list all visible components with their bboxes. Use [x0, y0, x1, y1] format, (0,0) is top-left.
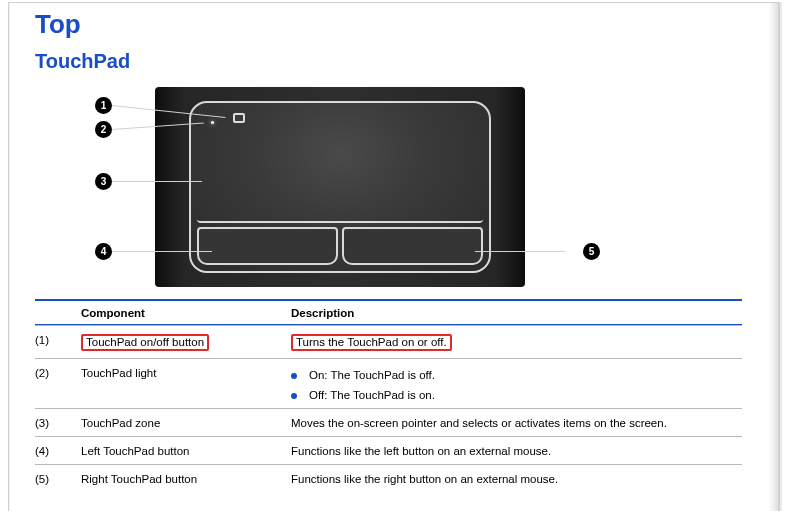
touchpad-surface	[197, 109, 483, 223]
touchpad-right-button	[342, 227, 483, 265]
table-row: (1)TouchPad on/off buttonTurns the Touch…	[35, 325, 742, 358]
table-row: (3)TouchPad zoneMoves the on-screen poin…	[35, 408, 742, 436]
row-component: Right TouchPad button	[81, 473, 291, 485]
touchpad-body	[189, 101, 491, 273]
table-header-row: Component Description	[35, 301, 742, 324]
page-shadow	[768, 3, 778, 511]
bullet-list: On: The TouchPad is off.Off: The TouchPa…	[291, 369, 742, 401]
touchpad-light	[211, 121, 214, 124]
row-description: Functions like the right button on an ex…	[291, 473, 742, 485]
row-component: Left TouchPad button	[81, 445, 291, 457]
table-row: (2)TouchPad lightOn: The TouchPad is off…	[35, 358, 742, 408]
row-description: Turns the TouchPad on or off.	[291, 334, 742, 351]
table-body: (1)TouchPad on/off buttonTurns the Touch…	[35, 325, 742, 492]
table-row: (5)Right TouchPad buttonFunctions like t…	[35, 464, 742, 492]
bullet-item: On: The TouchPad is off.	[291, 369, 742, 381]
touchpad-figure: 1 2 3 4 5	[95, 87, 525, 287]
callout-number-2: 2	[95, 121, 112, 138]
highlight: TouchPad on/off button	[81, 334, 209, 351]
callout-number-5: 5	[583, 243, 600, 260]
touchpad-left-button	[197, 227, 338, 265]
header-component: Component	[81, 307, 291, 319]
touchpad-button-row	[197, 227, 483, 265]
row-description: Moves the on-screen pointer and selects …	[291, 417, 742, 429]
table-row: (4)Left TouchPad buttonFunctions like th…	[35, 436, 742, 464]
heading-top: Top	[35, 9, 742, 40]
row-component: TouchPad on/off button	[81, 334, 291, 351]
bullet-item: Off: The TouchPad is on.	[291, 389, 742, 401]
callout-number-4: 4	[95, 243, 112, 260]
content-area: Top TouchPad 1 2 3	[9, 3, 778, 492]
callout-lead	[475, 251, 565, 252]
components-table: Component Description (1)TouchPad on/off…	[35, 299, 742, 492]
callout-lead	[112, 251, 212, 252]
document-page: Top TouchPad 1 2 3	[8, 2, 780, 511]
row-description: On: The TouchPad is off.Off: The TouchPa…	[291, 367, 742, 401]
callout-number-3: 3	[95, 173, 112, 190]
row-number: (2)	[35, 367, 81, 379]
highlight: Turns the TouchPad on or off.	[291, 334, 452, 351]
row-component: TouchPad zone	[81, 417, 291, 429]
touchpad-onoff-button	[233, 113, 245, 123]
callout-lead	[112, 181, 202, 182]
row-number: (4)	[35, 445, 81, 457]
row-description: Functions like the left button on an ext…	[291, 445, 742, 457]
callout-number-1: 1	[95, 97, 112, 114]
row-number: (3)	[35, 417, 81, 429]
row-number: (5)	[35, 473, 81, 485]
row-component: TouchPad light	[81, 367, 291, 379]
header-description: Description	[291, 307, 742, 319]
row-number: (1)	[35, 334, 81, 346]
heading-section: TouchPad	[35, 50, 742, 73]
